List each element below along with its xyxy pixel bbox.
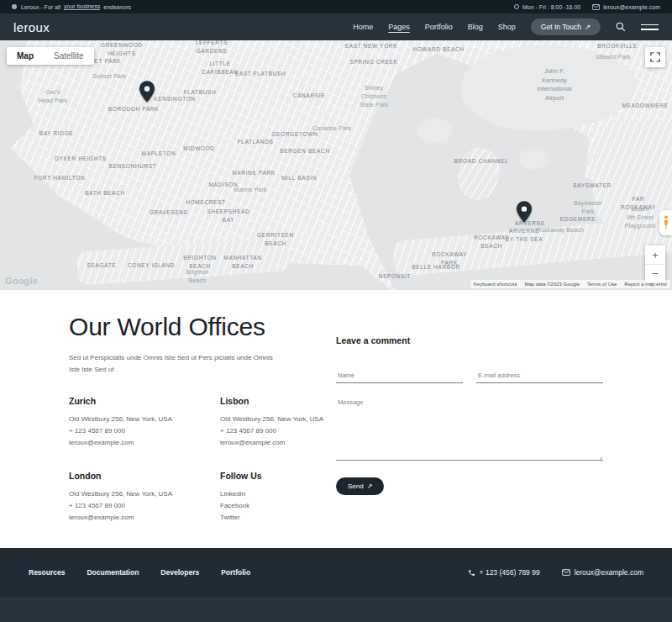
office-email: leroux@example.com xyxy=(69,437,220,449)
fullscreen-button[interactable] xyxy=(645,47,665,67)
status-dot-icon xyxy=(12,4,17,9)
map-label: LEFFERTS GARDENS xyxy=(196,40,228,55)
tagline-prefix: Leroux - For all xyxy=(21,4,60,10)
map-label: EAST FLATBUSH xyxy=(235,70,286,78)
map-label: SHEEPSHEAD BAY xyxy=(207,208,250,224)
logo[interactable]: leroux xyxy=(13,20,50,34)
map-label: Sunset Park xyxy=(92,72,126,81)
nav-item-blog[interactable]: Blog xyxy=(468,23,483,31)
map-label: Canarsie Park xyxy=(312,124,351,133)
tagline-link[interactable]: your business xyxy=(64,3,100,10)
keyboard-shortcuts-link[interactable]: Keyboard shortcuts xyxy=(474,282,517,287)
map-label: FLATBUSH xyxy=(184,88,217,97)
map-label: HOWARD BEACH xyxy=(412,45,464,54)
map-label: MARINE PARK xyxy=(232,169,275,177)
pegman-control[interactable] xyxy=(659,210,672,235)
phone-icon xyxy=(468,569,475,577)
footer-link-documentation[interactable]: Documentation xyxy=(87,568,139,577)
map-label: Owl's Head Park xyxy=(39,88,67,105)
office-london: London Old Westbury 256, New York, USA +… xyxy=(69,471,220,524)
map-label: MIDWOOD xyxy=(183,145,214,153)
nav-item-shop[interactable]: Shop xyxy=(498,23,516,31)
map-label: CANARSIE xyxy=(293,92,325,100)
office-email: leroux@example.com xyxy=(69,512,220,524)
map-label: GEORGETOWN xyxy=(272,130,318,139)
arrow-up-right-icon: ↗ xyxy=(585,23,591,31)
footer-link-developers[interactable]: Developers xyxy=(160,568,199,577)
office-name: London xyxy=(69,471,220,481)
map-area-jfk xyxy=(460,45,637,131)
offices-grid: Zurich Old Westbury 256, New York, USA +… xyxy=(69,396,336,524)
footer-email[interactable]: leroux@example.com xyxy=(562,568,643,577)
map-type-map-button[interactable]: Map xyxy=(7,47,44,65)
google-logo[interactable]: Google xyxy=(5,276,38,286)
mail-icon xyxy=(592,4,600,10)
fullscreen-icon xyxy=(650,52,660,62)
mail-icon xyxy=(562,569,570,576)
map-label: BOROUGH PARK xyxy=(108,105,159,113)
section-subtitle: Sed ut Perspiciatis unde Omnis Iste Sed … xyxy=(69,352,279,376)
header: leroux Home Pages Portfolio Blog Shop Ge… xyxy=(0,13,672,40)
map-marker-pin[interactable] xyxy=(517,201,532,226)
send-label: Send xyxy=(348,482,364,490)
get-in-touch-label: Get In Touch xyxy=(541,23,581,31)
map-label: Marine Park xyxy=(234,186,266,194)
map-type-satellite-button[interactable]: Satellite xyxy=(44,47,94,65)
page-title: Our World Offices xyxy=(69,313,336,341)
footer-email-text: leroux@example.com xyxy=(575,568,643,577)
google-map[interactable]: GREENWOOD HEIGHTSSUNSET PARKSunset ParkO… xyxy=(0,40,672,290)
map-marsh xyxy=(417,118,453,143)
office-phone: + 123 4567 89 000 xyxy=(69,425,220,437)
map-label: KENSINGTON xyxy=(154,95,195,103)
zoom-control: + − xyxy=(645,245,665,282)
message-textarea[interactable] xyxy=(336,395,603,461)
topbar: Leroux - For all your business endeavors… xyxy=(0,0,672,13)
footer-link-resources[interactable]: Resources xyxy=(29,568,65,577)
topbar-email[interactable]: leroux@example.com xyxy=(592,4,660,10)
subfooter xyxy=(0,597,672,622)
map-label: EAST NEW YORK xyxy=(345,42,397,50)
footer-link-portfolio[interactable]: Portfolio xyxy=(221,568,250,577)
map-marsh xyxy=(519,148,549,170)
map-label: GRAVESEND xyxy=(150,208,188,217)
nav-item-home[interactable]: Home xyxy=(353,23,373,31)
main-nav: Home Pages Portfolio Blog Shop Get In To… xyxy=(353,18,659,35)
clock-icon xyxy=(514,4,519,9)
map-type-control: Map Satellite xyxy=(7,47,94,65)
map-label: BATH BEACH xyxy=(85,189,125,198)
map-attribution: Keyboard shortcuts Map data ©2023 Google… xyxy=(470,280,670,288)
map-label: MEADOWMERE xyxy=(622,102,668,110)
report-map-error-link[interactable]: Report a map error xyxy=(624,282,667,287)
terms-of-use-link[interactable]: Terms of Use xyxy=(587,282,617,287)
menu-icon[interactable] xyxy=(641,24,659,30)
nav-item-portfolio[interactable]: Portfolio xyxy=(425,23,453,31)
offices-section: Our World Offices Sed ut Perspiciatis un… xyxy=(0,290,672,548)
topbar-tagline: Leroux - For all your business endeavors xyxy=(21,3,131,10)
nav-item-pages[interactable]: Pages xyxy=(388,23,410,31)
business-hours-text: Mon - Fri : 8:00 -16.00 xyxy=(522,4,580,10)
map-data-copyright: Map data ©2023 Google xyxy=(525,282,580,287)
topbar-email-text[interactable]: leroux@example.com xyxy=(603,4,660,10)
office-address: Old Westbury 256, New York, USA xyxy=(69,414,220,425)
office-phone: + 123 4567 89 000 xyxy=(69,500,220,512)
map-label: SPRING CREEK xyxy=(350,58,398,66)
get-in-touch-button[interactable]: Get In Touch ↗ xyxy=(531,18,601,35)
name-input[interactable] xyxy=(336,369,463,383)
map-marker-pin[interactable] xyxy=(139,81,155,106)
send-button[interactable]: Send ↗ xyxy=(336,477,384,495)
office-address: Old Westbury 256, New York, USA xyxy=(69,488,220,500)
footer-links: Resources Documentation Developers Portf… xyxy=(29,568,250,577)
footer-phone-text: + 123 (456) 789 99 xyxy=(480,568,540,577)
map-label: BROOKVILLE xyxy=(597,42,638,50)
map-label: HOMECREST xyxy=(186,198,225,207)
zoom-in-button[interactable]: + xyxy=(645,245,665,264)
map-label: MAPLETON xyxy=(142,150,176,158)
map-label: LITTLE CARIBBEAN xyxy=(202,60,238,76)
footer-phone[interactable]: + 123 (456) 789 99 xyxy=(468,568,540,577)
map-label: BAY RIDGE xyxy=(39,129,74,138)
pegman-icon xyxy=(663,215,669,230)
search-icon[interactable] xyxy=(616,22,626,32)
map-label: DYKER HEIGHTS xyxy=(55,155,107,163)
business-hours: Mon - Fri : 8:00 -16.00 xyxy=(514,4,580,10)
email-input[interactable] xyxy=(476,369,603,383)
